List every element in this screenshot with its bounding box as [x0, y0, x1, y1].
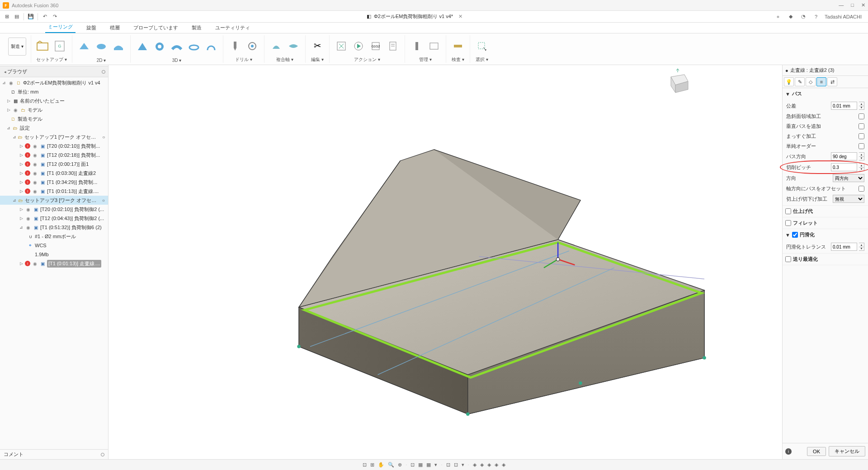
- tab-turning[interactable]: 旋盤: [84, 23, 99, 33]
- tab-fabrication[interactable]: 製造: [189, 23, 204, 33]
- tab-utilities[interactable]: ユーティリティ: [212, 23, 253, 33]
- redo-icon[interactable]: ↷: [50, 12, 60, 22]
- save-icon[interactable]: 💾: [26, 12, 36, 22]
- svg-text:✂: ✂: [314, 41, 321, 51]
- file-icon[interactable]: ▤: [12, 12, 22, 22]
- svg-text:G1G2: G1G2: [372, 45, 380, 48]
- svg-rect-0: [37, 43, 48, 50]
- ribbon-2d-label[interactable]: 2D ▾: [97, 58, 106, 63]
- action-sheet-icon[interactable]: [386, 39, 400, 53]
- edit-scissors-icon[interactable]: ✂: [310, 39, 325, 53]
- tab-milling[interactable]: ミーリング: [45, 22, 75, 33]
- separator: [38, 13, 38, 20]
- 3d-ramp-icon[interactable]: [204, 39, 218, 54]
- 3d-adaptive-icon[interactable]: [135, 39, 150, 54]
- apps-grid-icon[interactable]: ⊞: [2, 12, 12, 22]
- multiaxis-swarf-icon[interactable]: [269, 39, 283, 53]
- ribbon-inspect-label[interactable]: 検査 ▾: [452, 56, 464, 63]
- svg-point-9: [251, 45, 254, 47]
- doc-title[interactable]: Φ2ボールEM負荷制御粗削り v1 v4*: [374, 13, 453, 20]
- ribbon-setup-label[interactable]: セットアップ ▾: [36, 56, 67, 63]
- notifications-icon[interactable]: ◔: [799, 13, 807, 21]
- 3d-contour-icon[interactable]: [187, 39, 201, 54]
- window-minimize[interactable]: —: [839, 2, 844, 8]
- svg-point-5: [158, 45, 161, 48]
- setup-folder-icon[interactable]: [36, 39, 50, 53]
- workspace-tabs: ミーリング 旋盤 積層 プローブしています 製造 ユーティリティ: [0, 23, 868, 33]
- 3d-parallel-icon[interactable]: [170, 39, 184, 54]
- separator: [24, 13, 24, 20]
- tab-probing[interactable]: プローブしています: [131, 23, 181, 33]
- 2d-contour-icon[interactable]: [94, 39, 108, 54]
- svg-rect-20: [454, 45, 462, 47]
- window-close[interactable]: ✕: [861, 2, 865, 8]
- manage-tool-icon[interactable]: [410, 39, 424, 53]
- manage-library-icon[interactable]: [427, 39, 441, 53]
- app-title: Autodesk Fusion 360: [12, 3, 58, 8]
- drill-icon[interactable]: [228, 39, 242, 53]
- ribbon-3d-label[interactable]: 3D ▾: [172, 58, 182, 63]
- drill-hole-icon[interactable]: [245, 39, 259, 53]
- 3d-pocket-icon[interactable]: [152, 39, 167, 54]
- action-post-icon[interactable]: G1G2: [368, 39, 383, 53]
- 2d-face-icon[interactable]: [77, 39, 91, 54]
- extensions-icon[interactable]: ◆: [787, 13, 795, 21]
- inspect-measure-icon[interactable]: [451, 39, 465, 53]
- user-name[interactable]: Tadashi ADACHI: [825, 14, 862, 19]
- 2d-pocket-icon[interactable]: [111, 39, 126, 54]
- ribbon-manage-label[interactable]: 管理 ▾: [419, 56, 432, 63]
- new-design-icon[interactable]: +: [774, 13, 782, 21]
- workspace-switcher[interactable]: 製造 ▾: [8, 38, 26, 56]
- svg-point-3: [97, 44, 106, 49]
- svg-rect-7: [234, 42, 236, 48]
- doc-icon: ◧: [367, 14, 371, 19]
- ribbon-drill-label[interactable]: ドリル ▾: [235, 56, 252, 63]
- ribbon-action-label[interactable]: アクション ▾: [354, 56, 380, 63]
- titlebar: F Autodesk Fusion 360 — □ ✕: [0, 0, 868, 11]
- ribbon: 製造 ▾ G セットアップ ▾ 2D ▾ 3D ▾ ドリル ▾: [0, 33, 868, 65]
- svg-point-6: [189, 45, 198, 50]
- ribbon-multiaxis-label[interactable]: 複合軸 ▾: [276, 56, 293, 63]
- svg-rect-18: [415, 42, 418, 50]
- blank: [17, 58, 18, 63]
- action-simulate-icon[interactable]: [351, 39, 366, 53]
- help-icon[interactable]: ?: [812, 13, 820, 21]
- app-logo: F: [3, 2, 9, 9]
- action-generate-icon[interactable]: [334, 39, 349, 53]
- undo-icon[interactable]: ↶: [40, 12, 50, 22]
- setup-gcode-icon[interactable]: G: [53, 39, 67, 53]
- ribbon-select-label[interactable]: 選択 ▾: [476, 56, 488, 63]
- ribbon-edit-label[interactable]: 編集 ▾: [311, 56, 324, 63]
- quick-access-toolbar: ⊞ ▤ 💾 ↶ ↷ ◧ Φ2ボールEM負荷制御粗削り v1 v4* ✕ + ◆ …: [0, 11, 868, 23]
- svg-text:G: G: [58, 44, 61, 48]
- window-maximize[interactable]: □: [851, 2, 854, 8]
- select-icon[interactable]: [475, 39, 489, 53]
- tab-additive[interactable]: 積層: [107, 23, 123, 33]
- svg-rect-19: [430, 43, 438, 49]
- multiaxis-flow-icon[interactable]: [286, 39, 301, 53]
- doc-close[interactable]: ✕: [458, 14, 462, 19]
